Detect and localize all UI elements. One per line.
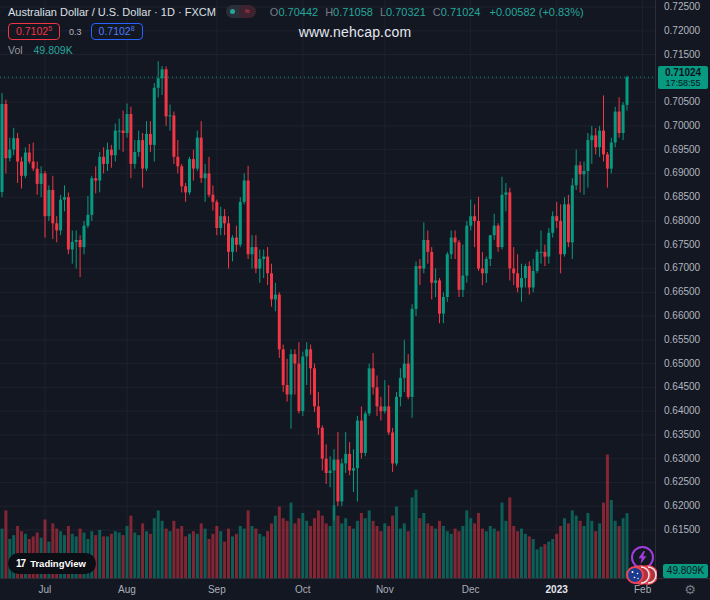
ask-price: 0.7102 [99, 24, 131, 39]
price-tick: 0.71500 [664, 49, 700, 60]
candlestick-chart[interactable] [0, 0, 655, 578]
bid-ask-row: 0.71025 0.3 0.71028 [8, 23, 143, 40]
last-price-badge: 0.71024 17:58:55 [658, 66, 708, 89]
time-axis[interactable]: JulAugSepOctNovDec2023Feb ⚙ [0, 578, 710, 600]
flags-svg [626, 564, 657, 586]
status-dot-icon [230, 9, 235, 14]
price-tick: 0.64500 [664, 381, 700, 392]
market-status-icon[interactable] [226, 5, 239, 18]
time-tick: Oct [295, 584, 311, 595]
high-label: H [325, 6, 333, 18]
price-tick: 0.64000 [664, 405, 700, 416]
price-tick: 0.70500 [664, 96, 700, 107]
price-tick: 0.72500 [664, 1, 700, 12]
price-tick: 0.65000 [664, 358, 700, 369]
symbol-title[interactable]: Australian Dollar / U.S. Dollar · 1D · F… [8, 6, 216, 18]
volume-label: Vol [8, 44, 23, 56]
chart-pane[interactable] [0, 0, 655, 578]
close-label: C [433, 6, 441, 18]
time-tick: Nov [376, 584, 394, 595]
low-value: 0.70321 [386, 6, 426, 18]
bid-pip: 5 [48, 24, 52, 33]
price-tick: 0.67000 [664, 262, 700, 273]
volume-axis-badge: 49.809K [663, 564, 708, 578]
symbol-legend[interactable]: Australian Dollar / U.S. Dollar · 1D · F… [8, 5, 584, 18]
data-mode-icon[interactable]: ≈ [239, 5, 256, 18]
tradingview-logo[interactable]: 17 TradingView [8, 553, 96, 574]
price-tick: 0.63500 [664, 429, 700, 440]
price-tick: 0.70000 [664, 120, 700, 131]
gear-icon[interactable]: ⚙ [684, 582, 696, 597]
ohlc-values: O0.70442 H0.71058 L0.70321 C0.71024 +0.0… [270, 6, 584, 18]
bid-price: 0.7102 [16, 24, 48, 39]
last-price: 0.71024 [658, 67, 708, 78]
time-tick: Sep [208, 584, 226, 595]
close-value: 0.71024 [441, 6, 481, 18]
price-tick: 0.66500 [664, 286, 700, 297]
high-value: 0.71058 [333, 6, 373, 18]
price-tick: 0.62000 [664, 500, 700, 511]
time-tick: Aug [118, 584, 136, 595]
tradingview-name: TradingView [30, 558, 86, 569]
sell-button[interactable]: 0.71025 [8, 23, 60, 40]
price-tick: 0.68000 [664, 215, 700, 226]
volume-value: 49.809K [34, 44, 73, 56]
currency-pair-flags-icon[interactable] [626, 564, 657, 590]
price-axis[interactable]: 0.725000.720000.715000.710000.705000.700… [655, 0, 710, 578]
price-tick: 0.72000 [664, 25, 700, 36]
time-tick: Dec [462, 584, 480, 595]
spread-value: 0.3 [69, 27, 82, 37]
change-value: +0.00582 (+0.83%) [489, 6, 583, 18]
bar-countdown: 17:58:55 [658, 78, 708, 88]
price-tick: 0.68500 [664, 191, 700, 202]
price-tick: 0.67500 [664, 239, 700, 250]
volume-legend[interactable]: Vol 49.809K [8, 44, 73, 56]
price-tick: 0.69500 [664, 144, 700, 155]
open-value: 0.70442 [278, 6, 318, 18]
price-tick: 0.62500 [664, 476, 700, 487]
price-tick: 0.63000 [664, 453, 700, 464]
price-tick: 0.69000 [664, 167, 700, 178]
source-toggle[interactable]: ≈ [226, 5, 256, 18]
time-tick: 2023 [546, 584, 568, 595]
price-tick: 0.65500 [664, 334, 700, 345]
time-tick: Jul [39, 584, 52, 595]
ask-pip: 8 [131, 24, 135, 33]
tradingview-mark-icon: 17 [16, 558, 25, 569]
lightning-icon [637, 551, 648, 564]
price-tick: 0.66000 [664, 310, 700, 321]
buy-button[interactable]: 0.71028 [91, 23, 143, 40]
price-tick: 0.61500 [664, 524, 700, 535]
